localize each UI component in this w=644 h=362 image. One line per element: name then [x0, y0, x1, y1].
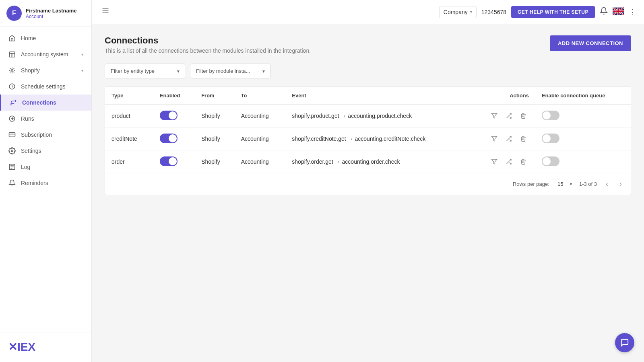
sidebar-header: F Firstname Lastname Account — [0, 0, 91, 27]
user-info: Firstname Lastname Account — [26, 8, 76, 19]
col-queue: Enable connection queue — [535, 87, 631, 105]
entity-type-filter[interactable]: Filter by entity type — [105, 64, 185, 78]
connections-icon — [9, 99, 17, 107]
filter-action-icon[interactable] — [489, 133, 500, 144]
sidebar-item-subscription-label: Subscription — [21, 132, 52, 138]
chevron-down-icon-shopify: ▾ — [81, 68, 83, 73]
prev-page-button[interactable]: ‹ — [603, 179, 611, 189]
cell-to: Accounting — [235, 150, 286, 173]
reminders-icon — [8, 179, 16, 187]
cell-enabled — [153, 128, 195, 150]
rows-per-page-wrapper: 15 25 50 100 — [556, 180, 573, 188]
cell-type: product — [105, 105, 153, 128]
enabled-toggle-2[interactable] — [160, 156, 178, 166]
cell-from: Shopify — [195, 150, 234, 173]
cell-to: Accounting — [235, 105, 286, 128]
sidebar-item-runs-label: Runs — [21, 115, 34, 122]
company-selector[interactable]: Company ▾ — [439, 6, 477, 18]
log-icon — [8, 163, 16, 171]
rows-per-page-label: Rows per page: — [513, 181, 549, 187]
more-options-button[interactable]: ⋮ — [629, 8, 636, 16]
user-account-link[interactable]: Account — [26, 14, 76, 19]
sidebar-item-log[interactable]: Log — [0, 159, 91, 175]
col-from: From — [195, 87, 234, 105]
svg-text:✕IEX: ✕IEX — [8, 341, 35, 353]
menu-button[interactable] — [100, 5, 111, 19]
cell-type: order — [105, 150, 153, 173]
sidebar-item-shopify[interactable]: Shopify ▾ — [0, 62, 91, 78]
table-row: product Shopify Accounting shopify.produ… — [105, 105, 631, 128]
queue-toggle-0[interactable] — [542, 111, 559, 120]
sidebar-item-schedule-label: Schedule settings — [21, 83, 66, 90]
cell-event: shopify.order.get → accounting.order.che… — [285, 150, 469, 173]
col-type: Type — [105, 87, 153, 105]
sidebar: F Firstname Lastname Account Home Accoun… — [0, 0, 92, 362]
main-area: Company ▾ 12345678 GET HELP WITH THE SET… — [92, 0, 644, 362]
avatar: F — [6, 6, 22, 21]
queue-toggle-1[interactable] — [542, 134, 559, 143]
sidebar-item-runs[interactable]: Runs — [0, 111, 91, 127]
sidebar-item-home-label: Home — [21, 35, 36, 41]
table: Type Enabled From To Event Actions Enabl… — [105, 87, 631, 173]
sidebar-nav: Home Accounting system ▾ Shopify ▾ Sched… — [0, 27, 91, 333]
delete-action-icon[interactable] — [518, 110, 529, 121]
page-title: Connections — [105, 35, 311, 46]
sidebar-item-home[interactable]: Home — [0, 30, 91, 46]
sidebar-item-connections[interactable]: Connections — [0, 95, 91, 111]
notification-bell-icon[interactable] — [600, 7, 608, 17]
sidebar-item-shopify-label: Shopify — [21, 67, 40, 74]
svg-point-5 — [11, 150, 13, 152]
sidebar-item-subscription[interactable]: Subscription — [0, 127, 91, 143]
subscription-icon — [8, 131, 16, 139]
cell-event: shopify.creditNote.get → accounting.cred… — [285, 128, 469, 150]
cell-from: Shopify — [195, 105, 234, 128]
shuffle-action-icon[interactable] — [503, 133, 514, 144]
delete-action-icon[interactable] — [518, 156, 529, 167]
enabled-toggle-1[interactable] — [160, 134, 178, 143]
col-enabled: Enabled — [153, 87, 195, 105]
sidebar-item-connections-label: Connections — [22, 99, 56, 106]
sidebar-item-reminders[interactable]: Reminders — [0, 175, 91, 191]
cell-queue — [535, 150, 631, 173]
shuffle-action-icon[interactable] — [503, 156, 514, 167]
page-header-left: Connections This is a list of all the co… — [105, 35, 311, 54]
filter-action-icon[interactable] — [489, 110, 500, 121]
help-button[interactable]: GET HELP WITH THE SETUP — [511, 6, 595, 18]
sidebar-item-accounting-system[interactable]: Accounting system ▾ — [0, 46, 91, 62]
language-flag-icon[interactable] — [613, 7, 624, 17]
svg-rect-0 — [9, 52, 15, 57]
connections-table: Type Enabled From To Event Actions Enabl… — [105, 86, 631, 195]
col-event: Event — [285, 87, 469, 105]
delete-action-icon[interactable] — [518, 133, 529, 144]
sidebar-item-settings-label: Settings — [21, 148, 41, 154]
sidebar-item-schedule[interactable]: Schedule settings — [0, 78, 91, 95]
page-header: Connections This is a list of all the co… — [105, 35, 631, 54]
filter-action-icon[interactable] — [489, 156, 500, 167]
filters: Filter by entity type Filter by module i… — [105, 64, 631, 78]
svg-marker-15 — [491, 136, 497, 141]
company-label: Company — [444, 9, 468, 15]
entity-type-filter-wrapper: Filter by entity type — [105, 64, 185, 78]
sidebar-item-reminders-label: Reminders — [21, 180, 48, 186]
shuffle-action-icon[interactable] — [503, 110, 514, 121]
page-subtitle: This is a list of all the connections be… — [105, 47, 311, 54]
cell-from: Shopify — [195, 128, 234, 150]
enabled-toggle-0[interactable] — [160, 111, 178, 120]
cell-actions — [469, 128, 535, 150]
cell-actions — [469, 105, 535, 128]
table-body: product Shopify Accounting shopify.produ… — [105, 105, 631, 173]
svg-marker-12 — [491, 113, 497, 118]
queue-toggle-2[interactable] — [542, 156, 559, 166]
add-connection-button[interactable]: ADD NEW CONNECTION — [550, 35, 631, 51]
rows-per-page-select[interactable]: 15 25 50 100 — [556, 180, 573, 188]
table-header: Type Enabled From To Event Actions Enabl… — [105, 87, 631, 105]
module-filter[interactable]: Filter by module insta... — [190, 64, 270, 78]
user-name: Firstname Lastname — [26, 8, 76, 14]
chevron-down-icon: ▾ — [81, 52, 83, 57]
next-page-button[interactable]: › — [617, 179, 624, 189]
sidebar-item-settings[interactable]: Settings — [0, 143, 91, 159]
uk-flag-svg — [613, 7, 624, 15]
chat-button[interactable] — [615, 333, 634, 352]
cell-queue — [535, 128, 631, 150]
runs-icon — [8, 115, 16, 123]
